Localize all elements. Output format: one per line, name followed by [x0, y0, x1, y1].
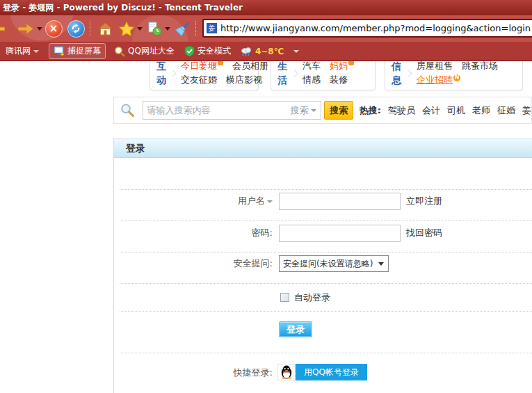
chevron-down-icon[interactable]	[293, 50, 299, 53]
password-input[interactable]	[279, 225, 401, 242]
address-bar[interactable]: 姜 http://www.jiangyanw.com/member.php?mo…	[202, 19, 532, 38]
security-question-value: 安全提问(未设置请忽略)	[283, 259, 373, 268]
nav-link[interactable]: 汽车	[303, 59, 321, 73]
browser-toolbar: ×	[0, 15, 532, 42]
login-panel-header: 登录	[114, 138, 532, 158]
security-question-label: 安全提问:	[114, 255, 273, 272]
site-favicon: 姜	[207, 23, 217, 33]
history-icon	[147, 22, 162, 36]
nav-link[interactable]: 房屋租售	[417, 59, 453, 73]
window-titlebar: 登录 - 姜堰网 - Powered by Discuz! - Tencent …	[0, 0, 532, 15]
capture-screen-button[interactable]: 捕捉屏幕	[49, 43, 106, 59]
login-panel: 登录 用户名 立即注册 密码: 找回密码 安全提问: 安全提问(未设置请忽略) …	[113, 138, 532, 393]
username-label-text: 用户名	[238, 195, 265, 206]
qq-sites-label: QQ网址大全	[128, 45, 175, 57]
search-scope-dropdown[interactable]: 搜索	[284, 104, 316, 117]
forgot-password-link[interactable]: 找回密码	[406, 225, 442, 241]
nav-link[interactable]: 交友征婚	[181, 73, 217, 87]
chevron-down-icon	[165, 27, 170, 31]
tencent-menu[interactable]: 腾讯网	[6, 45, 39, 57]
chevron-right-icon	[291, 70, 298, 77]
back-button[interactable]	[0, 20, 5, 37]
qq-sites-button[interactable]: QQ网址大全	[114, 45, 175, 57]
history-button[interactable]	[146, 20, 163, 37]
nav-link[interactable]: 会员相册	[232, 59, 268, 73]
clean-broom-icon	[175, 21, 191, 36]
chevron-down-icon	[311, 109, 316, 112]
login-panel-title: 登录	[126, 143, 145, 154]
nav-link[interactable]: 装修	[330, 73, 348, 87]
back-icon	[0, 24, 5, 34]
nav-link[interactable]: 横店影视	[226, 73, 262, 87]
nav-link[interactable]: 跳蚤市场	[462, 59, 498, 73]
form-divider	[120, 283, 532, 284]
password-label: 密码:	[114, 225, 273, 241]
username-label: 用户名	[114, 193, 273, 209]
quick-login-label: 快捷登录:	[114, 364, 273, 381]
qq-penguin-icon	[280, 365, 293, 379]
site-search-bar: 搜索 搜索 热搜: 驾驶员 会计 司机 老师 征婚 姜	[113, 97, 532, 124]
chevron-right-icon	[170, 70, 177, 77]
form-divider	[120, 311, 532, 312]
chevron-down-icon	[378, 262, 384, 266]
home-icon	[98, 22, 113, 35]
search-scope-label: 搜索	[290, 104, 308, 117]
nav-section-title: 信息	[392, 59, 402, 87]
search-button[interactable]: 搜索	[324, 101, 353, 120]
hot-search-link[interactable]: 司机	[447, 104, 465, 117]
chevron-down-icon[interactable]	[267, 200, 273, 203]
chevron-down-icon	[33, 50, 39, 53]
favorites-dropdown[interactable]	[136, 20, 143, 37]
forward-button[interactable]	[18, 20, 33, 37]
favorites-button[interactable]	[118, 20, 135, 37]
form-divider	[120, 353, 532, 353]
login-button[interactable]: 登录	[279, 321, 312, 337]
capture-screen-icon	[54, 46, 65, 56]
hot-search-link[interactable]: 征婚	[497, 104, 515, 117]
username-input[interactable]	[279, 193, 401, 210]
toolbar-separator	[90, 21, 90, 36]
nav-section-title: 互动	[156, 59, 166, 87]
search-input[interactable]	[147, 105, 285, 115]
nav-link[interactable]: 情感	[303, 73, 321, 87]
nav-link[interactable]: 妈妈	[330, 59, 354, 73]
qq-icon-box	[277, 364, 296, 380]
plugin-toolbar: 腾讯网 捕捉屏幕 QQ网址大全 安全模式	[0, 42, 532, 61]
chevron-down-icon	[137, 27, 143, 31]
chevron-right-icon	[405, 70, 412, 77]
weather-label: 4~8℃	[255, 47, 284, 56]
refresh-icon	[67, 20, 85, 38]
nav-link[interactable]: 今日姜堰	[181, 59, 223, 73]
security-question-select[interactable]: 安全提问(未设置请忽略)	[279, 255, 389, 272]
nav-link[interactable]: 企业招聘N	[417, 73, 460, 87]
home-button[interactable]	[97, 20, 113, 37]
weather-widget[interactable]: 4~8℃	[241, 46, 284, 57]
toolbar-separator	[195, 21, 196, 36]
autologin-checkbox[interactable]	[280, 293, 289, 302]
browser-window: 登录 - 姜堰网 - Powered by Discuz! - Tencent …	[0, 0, 532, 393]
safe-mode-label: 安全模式	[198, 45, 231, 57]
shield-icon	[184, 45, 195, 57]
url-text[interactable]: http://www.jiangyanw.com/member.php?mod=…	[220, 23, 531, 33]
stop-button[interactable]: ×	[45, 20, 63, 37]
safe-mode-button[interactable]: 安全模式	[184, 45, 231, 57]
hot-search-link[interactable]: 会计	[422, 104, 440, 117]
qq-login-button[interactable]: 用QQ帐号登录	[296, 364, 367, 380]
hot-search: 热搜: 驾驶员 会计 司机 老师 征婚 姜	[360, 104, 531, 117]
stop-icon: ×	[45, 20, 63, 38]
hot-search-link[interactable]: 老师	[472, 104, 490, 117]
history-dropdown[interactable]	[164, 20, 171, 37]
autologin-label[interactable]: 自动登录	[294, 293, 330, 303]
hot-search-link[interactable]: 驾驶员	[388, 104, 415, 117]
hot-search-label: 热搜:	[360, 104, 381, 117]
search-magnifier-icon	[120, 102, 135, 118]
form-divider	[120, 189, 532, 190]
forward-history-dropdown[interactable]	[36, 20, 43, 37]
window-title: 登录 - 姜堰网 - Powered by Discuz! - Tencent …	[3, 3, 243, 13]
favorites-star-icon	[119, 22, 134, 36]
register-link[interactable]: 立即注册	[406, 193, 442, 209]
clean-tool-button[interactable]	[174, 20, 192, 37]
capture-screen-label: 捕捉屏幕	[67, 45, 101, 57]
refresh-button[interactable]	[67, 20, 85, 37]
hot-search-link[interactable]: 姜	[522, 104, 531, 117]
